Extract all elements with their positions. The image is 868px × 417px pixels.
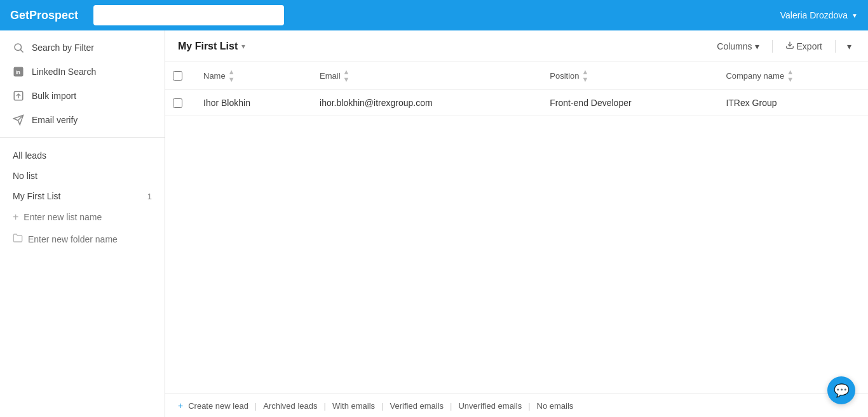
row-email-cell: ihor.blokhin@itrexgroup.com: [309, 90, 539, 116]
sidebar-lists-section: All leads No list My First List 1 +: [0, 138, 165, 258]
sidebar: Search by Filter in LinkedIn Search: [0, 30, 165, 417]
position-column-header[interactable]: Position ▲ ▼: [539, 62, 715, 90]
row-checkbox[interactable]: [173, 98, 182, 108]
unverified-emails-link[interactable]: Unverified emails: [458, 401, 522, 411]
app-logo: GetProspect: [10, 9, 78, 22]
upload-icon: [13, 90, 24, 102]
row-name-cell: Ihor Blokhin: [193, 90, 309, 116]
user-chevron-icon: ▼: [851, 12, 858, 19]
select-all-checkbox[interactable]: [173, 71, 182, 81]
plus-icon: +: [178, 400, 183, 411]
header: GetProspect Valeria Drozdova ▼: [0, 0, 868, 30]
no-emails-label: No emails: [537, 401, 574, 411]
all-leads-label: All leads: [13, 150, 46, 161]
name-sort-icon: ▲ ▼: [228, 69, 235, 83]
topbar-divider-2: [835, 40, 836, 53]
no-emails-link[interactable]: No emails: [537, 401, 574, 411]
leads-table-container: Name ▲ ▼ Email ▲: [165, 62, 868, 394]
position-sort-icon: ▲ ▼: [581, 69, 588, 83]
sidebar-item-label: LinkedIn Search: [32, 67, 96, 77]
chat-button[interactable]: 💬: [827, 376, 855, 404]
sidebar-add-folder[interactable]: [0, 228, 165, 250]
list-title-chevron-icon[interactable]: ▾: [241, 42, 245, 51]
svg-point-0: [15, 44, 22, 51]
select-all-column: [165, 62, 193, 90]
sidebar-item-email-verify[interactable]: Email verify: [0, 108, 165, 132]
row-checkbox-cell: [165, 90, 193, 116]
new-folder-input[interactable]: [28, 234, 152, 244]
svg-text:in: in: [16, 70, 20, 76]
export-button[interactable]: Export: [780, 38, 827, 54]
user-menu[interactable]: Valeria Drozdova ▼: [780, 10, 858, 20]
my-first-list-label: My First List: [13, 191, 60, 201]
main-content: My First List ▾ Columns ▾: [165, 30, 868, 417]
search-icon: [13, 42, 24, 53]
table-body: Ihor Blokhin ihor.blokhin@itrexgroup.com…: [165, 90, 868, 116]
new-list-input[interactable]: [24, 212, 152, 222]
footer-sep-4: |: [450, 401, 452, 411]
email-column-header[interactable]: Email ▲ ▼: [309, 62, 539, 90]
footer-sep-5: |: [528, 401, 530, 411]
sidebar-no-list[interactable]: No list: [0, 166, 165, 186]
sidebar-item-linkedin-search[interactable]: in LinkedIn Search: [0, 60, 165, 84]
create-new-lead-button[interactable]: + Create new lead: [178, 400, 248, 411]
list-title-wrapper: My First List ▾: [178, 41, 245, 52]
verified-emails-label: Verified emails: [390, 401, 444, 411]
sidebar-nav: Search by Filter in LinkedIn Search: [0, 30, 165, 138]
name-column-header[interactable]: Name ▲ ▼: [193, 62, 309, 90]
svg-line-1: [20, 50, 23, 52]
columns-button[interactable]: Columns ▾: [712, 39, 764, 54]
main-footer: + Create new lead | Archived leads | Wit…: [165, 394, 868, 417]
footer-sep-3: |: [381, 401, 383, 411]
company-sort-icon: ▲ ▼: [787, 69, 794, 83]
sidebar-all-leads[interactable]: All leads: [0, 145, 165, 166]
table-row: Ihor Blokhin ihor.blokhin@itrexgroup.com…: [165, 90, 868, 116]
row-company-cell: ITRex Group: [715, 90, 868, 116]
export-icon: [785, 41, 794, 51]
my-first-list-count: 1: [147, 192, 152, 201]
sidebar-item-label: Search by Filter: [32, 43, 94, 53]
leads-table: Name ▲ ▼ Email ▲: [165, 62, 868, 116]
main-topbar: My First List ▾ Columns ▾: [165, 30, 868, 62]
sidebar-item-search-by-filter[interactable]: Search by Filter: [0, 36, 165, 60]
sidebar-item-bulk-import[interactable]: Bulk import: [0, 84, 165, 108]
export-label: Export: [797, 41, 822, 51]
global-search-input[interactable]: [93, 5, 284, 25]
list-title: My First List: [178, 41, 238, 52]
footer-sep-2: |: [324, 401, 326, 411]
footer-sep-1: |: [255, 401, 257, 411]
paper-plane-icon: [13, 114, 24, 126]
layout: Search by Filter in LinkedIn Search: [0, 0, 868, 417]
sidebar-my-first-list[interactable]: My First List 1: [0, 186, 165, 206]
sidebar-item-label: Email verify: [32, 115, 78, 125]
unverified-emails-label: Unverified emails: [458, 401, 522, 411]
linkedin-icon: in: [13, 66, 24, 77]
archived-leads-label: Archived leads: [263, 401, 317, 411]
columns-chevron-icon: ▾: [755, 41, 759, 51]
verified-emails-link[interactable]: Verified emails: [390, 401, 444, 411]
no-list-label: No list: [13, 171, 37, 181]
more-options-button[interactable]: ▾: [843, 39, 855, 54]
sidebar-item-label: Bulk import: [32, 91, 76, 101]
create-lead-label: Create new lead: [188, 401, 248, 411]
folder-icon: [13, 233, 23, 245]
user-name: Valeria Drozdova: [780, 10, 848, 20]
chat-icon: 💬: [834, 383, 850, 398]
archived-leads-link[interactable]: Archived leads: [263, 401, 317, 411]
email-sort-icon: ▲ ▼: [343, 69, 350, 83]
columns-label: Columns: [717, 41, 752, 51]
row-position-cell: Front-end Developer: [539, 90, 715, 116]
sidebar-add-list[interactable]: +: [0, 206, 165, 228]
company-column-header[interactable]: Company name ▲ ▼: [715, 62, 868, 90]
with-emails-link[interactable]: With emails: [332, 401, 375, 411]
plus-icon: +: [13, 211, 18, 223]
topbar-divider: [772, 40, 773, 53]
with-emails-label: With emails: [332, 401, 375, 411]
topbar-actions: Columns ▾ Export ▾: [712, 38, 855, 54]
table-header: Name ▲ ▼ Email ▲: [165, 62, 868, 90]
